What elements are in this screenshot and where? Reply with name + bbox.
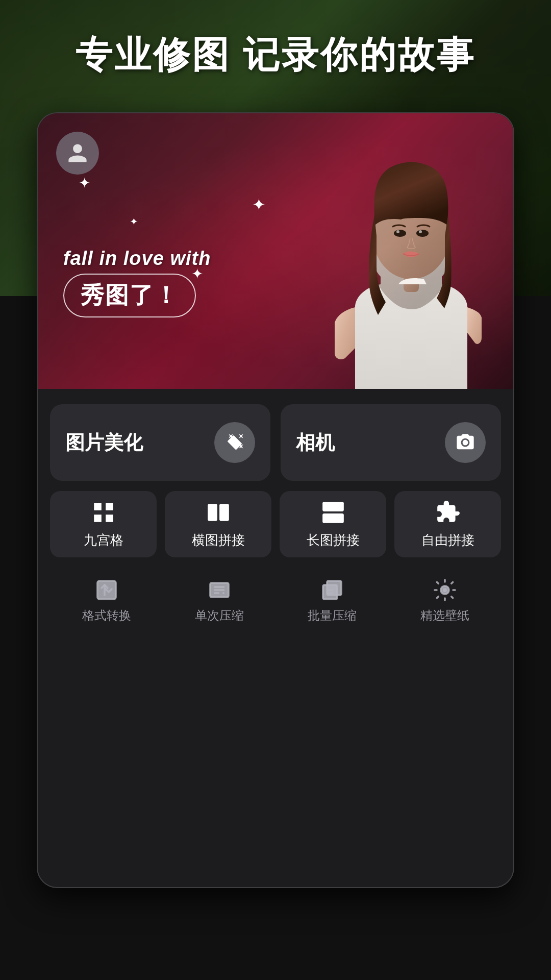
sparkle-3: ✦: [252, 195, 266, 214]
vconcat-icon: [320, 500, 346, 525]
free-concat-button[interactable]: 自由拼接: [394, 491, 501, 557]
format-convert-button[interactable]: 格式转换: [50, 570, 163, 632]
user-icon: [66, 142, 89, 164]
hero-text-main: 秀图了！: [81, 282, 179, 308]
camera-button[interactable]: 相机: [281, 404, 501, 481]
grid-icon: [91, 500, 116, 525]
svg-point-2: [394, 230, 406, 237]
svg-rect-9: [322, 513, 344, 523]
headline-text: 专业修图 记录你的故事: [0, 31, 551, 80]
svg-point-21: [443, 588, 447, 592]
primary-buttons-row: 图片美化 相机: [50, 404, 501, 481]
camera-label: 相机: [296, 430, 335, 456]
format-convert-icon: [94, 578, 119, 602]
wallpaper-label: 精选壁纸: [420, 607, 469, 624]
camera-icon: [455, 432, 475, 453]
compress-single-button[interactable]: 单次压缩: [163, 570, 276, 632]
sparkle-2: ✦: [130, 215, 138, 228]
compress-single-label: 单次压缩: [195, 607, 244, 624]
compress-batch-button[interactable]: 批量压缩: [276, 570, 388, 632]
hconcat-button[interactable]: 横图拼接: [165, 491, 271, 557]
wallpaper-button[interactable]: 精选壁纸: [388, 570, 501, 632]
photo-beautify-label: 图片美化: [65, 430, 143, 456]
sparkle-1: ✦: [79, 175, 90, 191]
hconcat-icon: [206, 500, 231, 525]
hero-text-block: fall in love with 秀图了！: [63, 248, 211, 317]
svg-rect-8: [322, 502, 344, 511]
compress-single-icon: [207, 578, 232, 602]
magic-wand-icon-wrap: [214, 422, 255, 463]
svg-point-4: [396, 230, 399, 233]
camera-icon-wrap: [445, 422, 486, 463]
puzzle-icon: [435, 500, 461, 525]
hconcat-label: 横图拼接: [192, 531, 245, 549]
svg-rect-6: [208, 504, 217, 521]
vconcat-label: 长图拼接: [307, 531, 360, 549]
compress-batch-label: 批量压缩: [308, 607, 357, 624]
app-card: ✦ ✦ ✦ fall in love with 秀图了！: [37, 112, 514, 888]
svg-point-3: [416, 230, 429, 237]
magic-wand-icon: [224, 432, 245, 453]
svg-rect-7: [219, 504, 229, 521]
compress-batch-icon: [320, 578, 344, 602]
portrait-illustration: [319, 134, 503, 389]
secondary-buttons-row: 九宫格 横图拼接 长图拼接: [50, 491, 501, 557]
svg-point-15: [222, 592, 224, 594]
free-concat-label: 自由拼接: [421, 531, 474, 549]
avatar-button[interactable]: [56, 132, 99, 175]
hero-banner: ✦ ✦ ✦ fall in love with 秀图了！: [38, 113, 513, 389]
bottom-bar: [0, 888, 551, 980]
tools-area: 图片美化 相机: [38, 389, 513, 652]
wallpaper-icon: [433, 578, 457, 602]
hero-text-top: fall in love with: [63, 248, 211, 270]
format-convert-label: 格式转换: [82, 607, 131, 624]
nine-grid-button[interactable]: 九宫格: [50, 491, 157, 557]
hero-text-oval: 秀图了！: [63, 274, 196, 317]
vconcat-button[interactable]: 长图拼接: [280, 491, 386, 557]
photo-beautify-button[interactable]: 图片美化: [50, 404, 270, 481]
nine-grid-label: 九宫格: [84, 531, 123, 549]
portrait-area: [309, 124, 513, 389]
tertiary-tools-row: 格式转换 单次压缩: [50, 570, 501, 632]
svg-point-5: [419, 230, 422, 233]
